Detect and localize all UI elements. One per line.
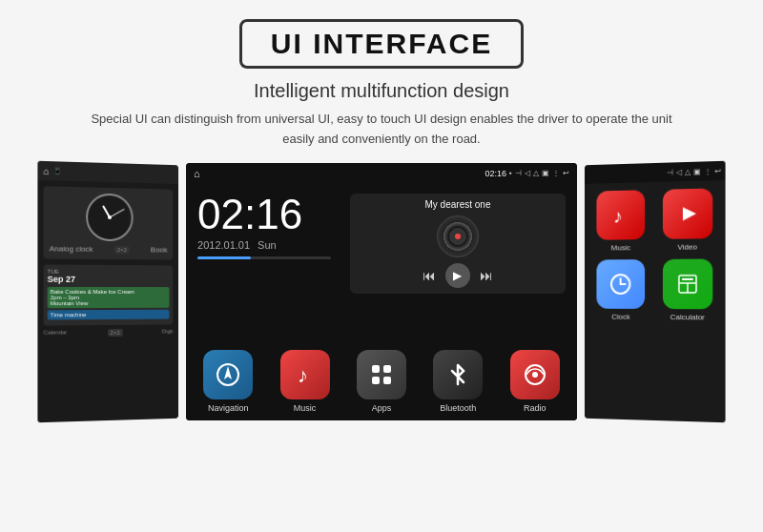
s2-status-icons: 02:16 ▪ ⊣ ◁ △ ▣ ⋮ ↩ [485, 169, 569, 178]
s1-calendar-bottom-label: Calendar [44, 329, 68, 337]
svg-text:♪: ♪ [298, 363, 308, 387]
s3-vol-icon: ◁ [676, 167, 682, 175]
svg-rect-2 [372, 365, 380, 373]
s3-app-calculator[interactable]: Calculator [657, 258, 717, 321]
screens-row: ⌂ 📱 Analog clock 2×2 Book [38, 163, 725, 420]
s1-calendar-widget: TUE Sep 27 Bake Cookies & Make Ice Cream… [44, 264, 174, 325]
s2-vol-icon: ◁ [525, 169, 530, 177]
s1-cal-date: Sep 27 [48, 274, 75, 283]
s2-icons-row: Navigation ♪ Music [186, 342, 577, 420]
app-navigation[interactable]: Navigation [197, 350, 258, 413]
page-container: UI INTERFACE Intelligent multifunction d… [0, 0, 763, 532]
subtitle: Intelligent multifunction design [254, 80, 509, 102]
s3-app-video[interactable]: Video [657, 188, 717, 252]
svg-rect-3 [383, 365, 391, 373]
s2-controls: ⏮ ▶ ⏭ [423, 263, 493, 288]
s2-play-btn[interactable]: ▶ [445, 263, 470, 288]
s3-clock-label: Clock [611, 312, 630, 320]
screen-left: ⌂ 📱 Analog clock 2×2 Book [37, 160, 178, 422]
clock-minute-hand [109, 208, 124, 217]
screen-center: ⌂ 02:16 ▪ ⊣ ◁ △ ▣ ⋮ ↩ 02:16 [186, 163, 577, 420]
music-label: Music [294, 403, 317, 413]
s2-day: Sun [258, 239, 277, 251]
s1-clock-widget: Analog clock 2×2 Book [44, 186, 174, 259]
s2-progress-bar [197, 256, 331, 259]
s2-big-time: 02:16 [197, 194, 331, 235]
clock-center-dot [108, 215, 112, 219]
s3-calc-label: Calculator [670, 313, 705, 321]
bluetooth-label: Bluetooth [440, 403, 476, 413]
title-box: UI INTERFACE [239, 19, 524, 69]
s2-top-area: 02:16 2012.01.01 Sun My dearest one [186, 184, 577, 299]
s1-digit-label: Digit [162, 328, 174, 336]
s3-video-icon [663, 188, 712, 238]
s1-event2: Time machine [48, 309, 170, 319]
s2-song-name: My dearest one [425, 199, 491, 210]
s1-cal-badge: 2×2 [108, 328, 123, 336]
svg-marker-9 [683, 207, 696, 220]
s3-body: ♪ Music Video [585, 180, 726, 422]
s3-bt-icon: ⊣ [667, 167, 673, 175]
s2-progress-fill [197, 256, 251, 259]
s3-menu-icon: ⋮ [704, 166, 711, 174]
s2-screen-icon: ▣ [542, 169, 549, 177]
s3-clock-icon [597, 259, 646, 309]
svg-rect-4 [372, 377, 380, 384]
s1-body: Analog clock 2×2 Book TUE Sep 27 Bake [37, 180, 178, 422]
app-music[interactable]: ♪ Music [275, 350, 336, 413]
navigation-icon-box [203, 350, 253, 399]
screen-right: ⊣ ◁ △ ▣ ⋮ ↩ ♪ Music [585, 160, 726, 422]
s2-back-icon: ↩ [563, 169, 569, 177]
music-icon-box: ♪ [280, 350, 330, 399]
s3-eject-icon: △ [685, 167, 691, 175]
s1-cal-header: TUE Sep 27 [48, 268, 170, 283]
description: Special UI can distinguish from universa… [86, 110, 677, 150]
s3-app-music[interactable]: ♪ Music [592, 190, 650, 253]
s2-prev-btn[interactable]: ⏮ [423, 268, 436, 283]
s2-eject-icon: △ [533, 169, 539, 177]
s3-calc-icon [663, 258, 712, 309]
s1-clock-face [86, 193, 134, 241]
s1-home-icon: ⌂ [44, 165, 50, 175]
s1-menu-icon: 📱 [53, 167, 62, 174]
app-radio[interactable]: Radio [505, 350, 566, 413]
bluetooth-icon-box [433, 350, 483, 399]
app-bluetooth[interactable]: Bluetooth [427, 350, 488, 413]
s1-event1: Bake Cookies & Make Ice Cream 2pm – 3pm … [48, 287, 170, 308]
s2-usb-icon: ⊣ [515, 169, 522, 177]
s3-app-clock[interactable]: Clock [592, 259, 650, 321]
s2-status-time: 02:16 [485, 169, 507, 178]
s2-statusbar: ⌂ 02:16 ▪ ⊣ ◁ △ ▣ ⋮ ↩ [186, 163, 577, 184]
s1-book-label: Book [151, 245, 168, 254]
s2-date-row: 2012.01.01 Sun [197, 239, 331, 251]
apps-label: Apps [372, 403, 392, 413]
s2-record [437, 215, 479, 257]
s3-back-icon: ↩ [714, 166, 721, 174]
s2-music-player: My dearest one ⏮ ▶ ⏭ [350, 194, 566, 294]
s1-bottom-labels: Calendar 2×2 Digit [44, 328, 174, 337]
svg-text:♪: ♪ [613, 205, 623, 226]
radio-label: Radio [524, 403, 546, 413]
s2-record-center [455, 234, 461, 239]
s3-video-label: Video [677, 242, 696, 251]
s2-home-icon: ⌂ [194, 168, 200, 179]
s2-next-btn[interactable]: ⏭ [480, 268, 493, 283]
svg-point-7 [532, 372, 538, 378]
s2-date: 2012.01.01 [197, 239, 250, 251]
s3-music-icon: ♪ [597, 190, 646, 240]
s1-cal-day: TUE [48, 268, 75, 274]
s2-menu-icon: ⋮ [552, 169, 560, 177]
s1-clock-label: Analog clock [50, 244, 93, 254]
navigation-label: Navigation [208, 403, 249, 413]
apps-icon-box [357, 350, 406, 399]
s2-battery-icon: ▪ [509, 169, 512, 177]
svg-rect-5 [383, 377, 391, 384]
page-title: UI INTERFACE [271, 28, 492, 59]
s2-clock-section: 02:16 2012.01.01 Sun [197, 194, 331, 259]
app-apps[interactable]: Apps [351, 350, 412, 413]
s3-music-label: Music [611, 243, 630, 252]
radio-icon-box [510, 350, 560, 399]
s1-clock-badge: 2×2 [114, 245, 130, 253]
s3-app-grid: ♪ Music Video [592, 188, 718, 321]
s2-body: 02:16 2012.01.01 Sun My dearest one [186, 184, 577, 420]
